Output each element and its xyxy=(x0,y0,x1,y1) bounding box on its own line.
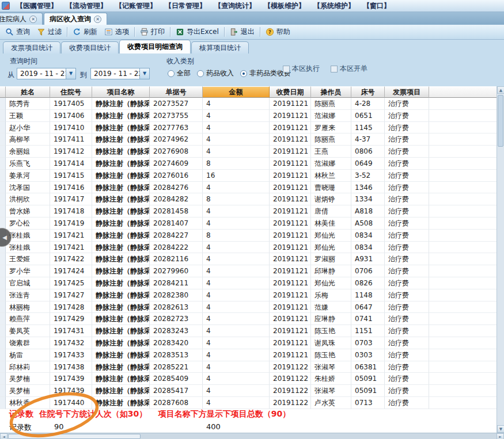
scroll-down-icon[interactable]: ▼ xyxy=(497,425,504,433)
document-tab-inpatients[interactable]: 住院病人✕ xyxy=(0,13,43,25)
table-row[interactable]: 罗小华1917424静脉注射（静脉采血）20279960420191121邱琳静… xyxy=(0,265,497,277)
row-selector[interactable] xyxy=(0,110,6,122)
row-selector[interactable] xyxy=(0,98,6,110)
row-selector[interactable] xyxy=(0,349,6,361)
cell-invoice-item: 治疗费 xyxy=(385,217,429,230)
table-row[interactable]: 张桂娥1917421静脉注射（静脉采血）20284227820191121郑仙光… xyxy=(0,230,497,242)
table-row[interactable]: 张桂娥1917421静脉注射（静脉采血）20284222420191121郑仙光… xyxy=(0,242,497,254)
tab-close-icon[interactable]: ✕ xyxy=(94,16,101,23)
print-button[interactable]: 打印 xyxy=(137,25,168,39)
row-selector[interactable] xyxy=(0,182,6,194)
row-selector[interactable] xyxy=(0,170,6,182)
row-selector[interactable] xyxy=(0,205,6,217)
table-row[interactable]: 乐燕飞1917414静脉注射（静脉采血）20274609820191121范淑娜… xyxy=(0,158,497,170)
subtab-invoice-item-stats[interactable]: 发票项目统计 xyxy=(3,41,60,54)
menu-item[interactable]: 【模板维护】 xyxy=(260,1,309,12)
menu-item[interactable]: 【流动管理】 xyxy=(62,1,111,12)
subtab-charge-item-detail-query[interactable]: 收费项目明细查询 xyxy=(119,40,191,54)
row-selector[interactable] xyxy=(0,277,6,289)
chevron-down-icon[interactable]: ▼ xyxy=(66,68,75,79)
scroll-left-icon[interactable]: ◄ xyxy=(0,433,7,439)
from-date-combo[interactable]: 2019 - 11 - 21 ▼ xyxy=(17,68,76,79)
tab-close-icon[interactable]: ✕ xyxy=(29,16,37,23)
row-selector[interactable] xyxy=(0,385,6,397)
table-row[interactable]: 邱林莉1917438静脉注射（静脉采血）20285221420191122张淑琴… xyxy=(0,361,497,373)
row-selector[interactable] xyxy=(0,193,6,205)
horizontal-scrollbar[interactable]: ◄ ► xyxy=(0,433,504,439)
horizontal-scroll-thumb[interactable] xyxy=(8,434,141,439)
scroll-right-icon[interactable]: ► xyxy=(497,433,504,439)
radio-option[interactable]: 药品收入 xyxy=(197,68,234,78)
table-row[interactable]: 姜凤英1917431静脉注射（静脉采血）20283243420191121陈玉艳… xyxy=(0,325,497,337)
row-selector[interactable] xyxy=(0,301,6,314)
checkbox-option[interactable]: 本区开单 xyxy=(331,64,367,74)
table-row[interactable]: 吴梦楠1917439静脉注射（静脉采血）20285417420191122张淑琴… xyxy=(0,385,497,397)
menu-item[interactable]: 【窗口】 xyxy=(359,1,395,12)
help-button[interactable]: ?帮助 xyxy=(262,25,294,39)
table-row[interactable]: 张连青1917427静脉注射（静脉采血）20282380420191121乐梅1… xyxy=(0,289,497,301)
refresh-button[interactable]: 刷新 xyxy=(69,25,101,39)
table-row[interactable]: 陈秀青1917405静脉注射（静脉采血）20273527420191121陈丽燕… xyxy=(0,98,497,110)
column-header-charge-date[interactable]: 收费日期 xyxy=(270,86,311,98)
table-row[interactable]: 林丽梅1917428静脉注射（静脉采血）20282613420191121范嫌0… xyxy=(0,301,497,314)
subtab-accounting-item-stats[interactable]: 核算项目统计 xyxy=(191,41,249,54)
table-row[interactable]: 饶素群1917432静脉注射（静脉采血）20283420420191121谢凤珠… xyxy=(0,337,497,349)
radio-option[interactable]: 全部 xyxy=(168,68,191,78)
table-row[interactable]: 沈孝国1917416静脉注射（静脉采血）20284276420191121曹晓珊… xyxy=(0,182,497,194)
row-selector[interactable] xyxy=(0,146,6,158)
menu-item[interactable]: 【记账管理】 xyxy=(111,1,161,12)
row-selector[interactable] xyxy=(0,265,6,277)
scroll-up-icon[interactable]: ▲ xyxy=(497,86,504,94)
table-row[interactable]: 吴梦楠1917439静脉注射（静脉采血）20285409420191122朱桂娇… xyxy=(0,373,497,385)
table-row[interactable]: 姜承河1917415静脉注射（静脉采血）202760161620191121林秋… xyxy=(0,170,497,182)
row-selector[interactable] xyxy=(0,122,6,134)
column-header-amount[interactable]: 金额 xyxy=(203,86,270,98)
to-date-combo[interactable]: 2019 - 11 - 22 ▼ xyxy=(90,68,150,79)
table-row[interactable]: 赵小华1917410静脉注射（静脉采血）20277763420191121罗雁来… xyxy=(0,122,497,134)
vertical-scrollbar[interactable]: ▲ ▼ xyxy=(497,86,504,433)
column-header-receipt-no[interactable]: 单据号 xyxy=(150,86,203,98)
column-header-invoice-item[interactable]: 发票项目 xyxy=(385,86,429,98)
table-row[interactable]: 王颖1917406静脉注射（静脉采血）20273755420191121范淑娜0… xyxy=(0,110,497,122)
table-row[interactable]: 王爱姬1917422静脉注射（静脉采血）20282116420191121罗淑丽… xyxy=(0,253,497,265)
export-excel-button[interactable]: 导出Excel xyxy=(172,25,222,39)
column-header-operator[interactable]: 操作员 xyxy=(311,86,351,98)
exit-button[interactable]: 退出 xyxy=(226,25,258,39)
table-row[interactable]: 林秋香1917440静脉注射（静脉采血）20287608420191122卢水英… xyxy=(0,397,497,409)
column-header-item-name[interactable]: 项目名称 xyxy=(92,86,150,98)
chevron-down-icon[interactable]: ▼ xyxy=(139,68,149,79)
row-selector[interactable] xyxy=(0,313,6,325)
column-header-name[interactable]: 姓名 xyxy=(6,86,50,98)
table-row[interactable]: 官启城1917425静脉注射（静脉采血）20284211420191121郑仙光… xyxy=(0,277,497,289)
column-header-admission-no[interactable]: 住院号 xyxy=(50,86,92,98)
table-row[interactable]: 洪桐欣1917417静脉注射（静脉采血）20284282820191121谢炳铮… xyxy=(0,193,497,205)
column-header-bed-no[interactable]: 床号 xyxy=(351,86,385,98)
query-button[interactable]: 查询 xyxy=(2,25,33,39)
options-button[interactable]: 选项 xyxy=(101,25,132,39)
row-selector[interactable] xyxy=(0,133,6,146)
row-selector[interactable] xyxy=(0,253,6,265)
table-row[interactable]: 杨雷1917433静脉注射（静脉采血）20283513420191121陈玉艳0… xyxy=(0,349,497,361)
menu-item[interactable]: 【查询统计】 xyxy=(210,1,260,12)
filter-button[interactable]: 过滤 xyxy=(33,25,65,39)
subtab-charge-item-stats[interactable]: 收费项目统计 xyxy=(61,41,119,54)
row-selector[interactable] xyxy=(0,361,6,373)
table-row[interactable]: 高柳琴1917411静脉注射（静脉采血）20274962420191121陈丽燕… xyxy=(0,133,497,146)
row-selector[interactable] xyxy=(0,397,6,409)
row-selector[interactable] xyxy=(0,158,6,170)
table-row[interactable]: 余丽姐1917412静脉注射（静脉采血）20276908420191121王燕0… xyxy=(0,146,497,158)
row-selector[interactable] xyxy=(0,325,6,337)
row-selector[interactable] xyxy=(0,337,6,349)
row-selector[interactable] xyxy=(0,373,6,385)
menu-item[interactable]: 【系统维护】 xyxy=(309,1,359,12)
cell-amount: 4 xyxy=(203,313,270,325)
table-row[interactable]: 罗心松1917419静脉注射（静脉采血）20281407420191121林美佳… xyxy=(0,217,497,230)
vertical-scroll-thumb[interactable] xyxy=(498,95,503,147)
document-tab-ward-income-query[interactable]: 病区收入查询✕ xyxy=(44,13,107,25)
table-row[interactable]: 曾水娣1917418静脉注射（静脉采血）20281458420191121唐倩A… xyxy=(0,205,497,217)
checkbox-option[interactable]: 本区执行 xyxy=(283,64,320,74)
table-row[interactable]: 赖燕萍1917429静脉注射（静脉采血）20282723420191121应琳静… xyxy=(0,313,497,325)
row-selector[interactable] xyxy=(0,289,6,301)
menu-item[interactable]: 【日常管理】 xyxy=(161,1,210,12)
menu-item[interactable]: 【医嘱管理】 xyxy=(12,1,62,12)
